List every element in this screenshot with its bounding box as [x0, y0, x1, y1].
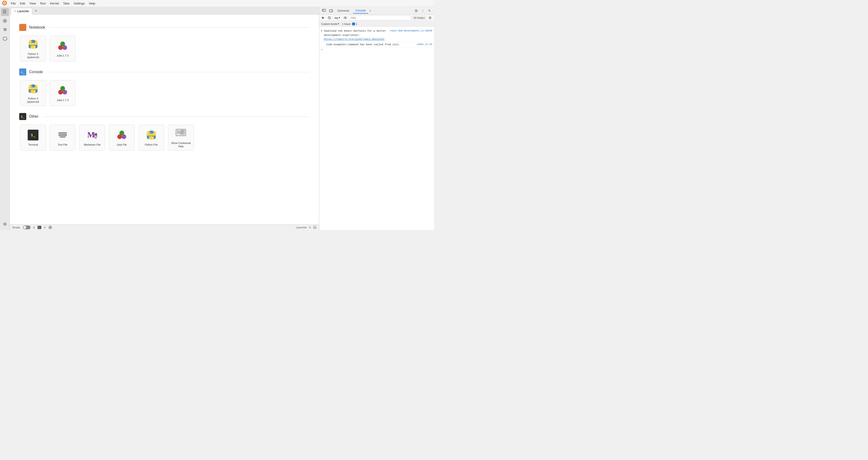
bell-icon[interactable] [313, 226, 317, 229]
card-python3-notebook[interactable]: Python 3 (ipykernel) [20, 36, 46, 61]
filter-input[interactable] [349, 15, 411, 20]
card-markdown[interactable]: M Markdown File [79, 125, 105, 151]
svg-rect-41 [323, 10, 324, 10]
card-terminal[interactable]: $_ Terminal [20, 125, 46, 151]
info-count-badge: 1 [356, 23, 357, 25]
svg-rect-42 [329, 10, 333, 12]
svg-text:$_: $_ [38, 227, 40, 229]
menubar: File Edit View Run Kernel Tabs Settings … [0, 0, 434, 7]
python3-console-label: Python 3 (ipykernel) [22, 97, 44, 104]
python3-console-icon [27, 83, 39, 95]
sidebar-icon-extensions[interactable] [1, 35, 9, 43]
console-execute-btn[interactable] [321, 15, 326, 21]
console-settings-btn[interactable] [428, 15, 433, 21]
sidebar-icon-files[interactable] [1, 8, 9, 16]
console-text-1: Download the React DevTools for a better… [324, 29, 390, 41]
svg-point-5 [4, 20, 6, 22]
svg-point-18 [34, 91, 35, 92]
devtools-close-btn[interactable]: ✕ [427, 8, 432, 13]
svg-point-13 [34, 46, 35, 47]
console-link-1[interactable]: https://reactjs.org/link/react-devtools [324, 38, 384, 40]
context-dropdown[interactable]: top ▾ [333, 15, 342, 20]
console-text-2: jlab-examples:command has been called fr… [326, 43, 416, 47]
other-section-line [42, 117, 310, 117]
devtools-panel: Elements Console » ⋮ ✕ [319, 7, 434, 230]
textfile-card-label: Text File [58, 143, 68, 146]
svg-point-25 [122, 134, 126, 139]
other-section-header: $_ Other [19, 113, 310, 120]
tab-launcher[interactable]: ↗ Launcher [11, 8, 32, 14]
devtools-tab-elements[interactable]: Elements [335, 8, 352, 13]
svg-point-50 [345, 18, 346, 18]
svg-point-20 [58, 90, 63, 95]
devtools-responsive-btn[interactable] [328, 8, 334, 13]
console-section-header: >_ Console [19, 68, 310, 75]
devtools-toolbar: top ▾ 40 hidden [319, 14, 434, 21]
menu-settings[interactable]: Settings [72, 1, 87, 6]
console-input[interactable] [325, 48, 432, 51]
menu-help[interactable]: Help [87, 1, 97, 6]
svg-rect-33 [181, 131, 184, 132]
devtools-inspect-btn[interactable] [321, 8, 327, 13]
svg-point-15 [58, 45, 63, 50]
simple-label: Simple [12, 226, 20, 229]
console-source-2[interactable]: index.js:16 [416, 43, 432, 46]
main-area: ↗ Launcher + Notebook [0, 7, 434, 230]
card-textfile[interactable]: Text File [50, 125, 75, 151]
console-prompt-icon: > [321, 48, 323, 52]
svg-marker-46 [322, 17, 324, 19]
svg-point-16 [62, 45, 67, 50]
devtools-more-btn[interactable]: » [370, 9, 371, 12]
console-clear-btn[interactable] [327, 15, 332, 21]
sidebar-icon-toc[interactable] [1, 26, 9, 34]
console-cards: Python 3 (ipykernel) Julia 1.7.3 [19, 80, 310, 106]
settings-status-icon [48, 226, 52, 229]
launcher-status-count: 0 [309, 226, 311, 229]
other-cards: $_ Terminal Text File [19, 125, 310, 151]
custom-levels-label: Custom levels [321, 23, 337, 25]
terminal-card-label: Terminal [28, 143, 38, 146]
console-source-1[interactable]: react-dom.development.js:29840 [390, 29, 432, 33]
tab-bar: ↗ Launcher + [10, 7, 319, 14]
custom-levels-dropdown[interactable]: Custom levels ▾ [321, 22, 339, 25]
card-contextual-help[interactable]: Show Contextual Help [168, 125, 194, 151]
center-area: ↗ Launcher + Notebook [10, 7, 319, 230]
statusbar: Simple 0 $_ 0 Launcher 0 [10, 224, 319, 230]
new-tab-button[interactable]: + [33, 8, 39, 13]
sidebar-icon-running[interactable] [1, 17, 9, 25]
notebook-section-line [49, 27, 310, 28]
card-julia-console[interactable]: Julia 1.7.3 [50, 80, 75, 106]
info-icon-1: ℹ [321, 29, 322, 33]
devtools-tab-console[interactable]: Console [353, 8, 368, 13]
menu-run[interactable]: Run [38, 1, 48, 6]
devtools-topbar: Elements Console » ⋮ ✕ [319, 7, 434, 14]
hidden-count-badge: 40 hidden [412, 16, 427, 20]
svg-point-11 [3, 223, 6, 226]
issue-count-label: 1 Issue: [342, 23, 351, 25]
console-section-icon: >_ [19, 68, 26, 75]
devtools-settings-btn[interactable] [413, 8, 419, 13]
menu-kernel[interactable]: Kernel [48, 1, 61, 6]
devtools-content: ℹ Download the React DevTools for a bett… [319, 27, 434, 230]
svg-rect-31 [177, 133, 181, 133]
sidebar-settings-icon[interactable] [1, 220, 9, 228]
svg-point-2 [4, 2, 5, 4]
markdown-card-icon: M [86, 129, 98, 141]
card-python-file[interactable]: Python File [138, 125, 164, 151]
svg-point-39 [50, 227, 51, 228]
svg-point-10 [4, 224, 6, 225]
svg-rect-29 [177, 131, 180, 131]
menu-view[interactable]: View [27, 1, 38, 6]
eye-btn[interactable] [343, 15, 348, 21]
svg-rect-34 [181, 132, 183, 132]
card-julia-notebook[interactable]: Julia 1.7.3 [50, 36, 75, 61]
console-section-title: Console [29, 70, 43, 74]
menu-edit[interactable]: Edit [18, 1, 27, 6]
card-python3-console[interactable]: Python 3 (ipykernel) [20, 80, 46, 106]
devtools-more-options-btn[interactable]: ⋮ [420, 8, 426, 13]
menu-tabs[interactable]: Tabs [61, 1, 71, 6]
left-sidebar-icons [0, 7, 10, 230]
simple-toggle[interactable] [23, 226, 31, 229]
card-julia-file[interactable]: Julia File [109, 125, 135, 151]
menu-file[interactable]: File [9, 1, 18, 6]
